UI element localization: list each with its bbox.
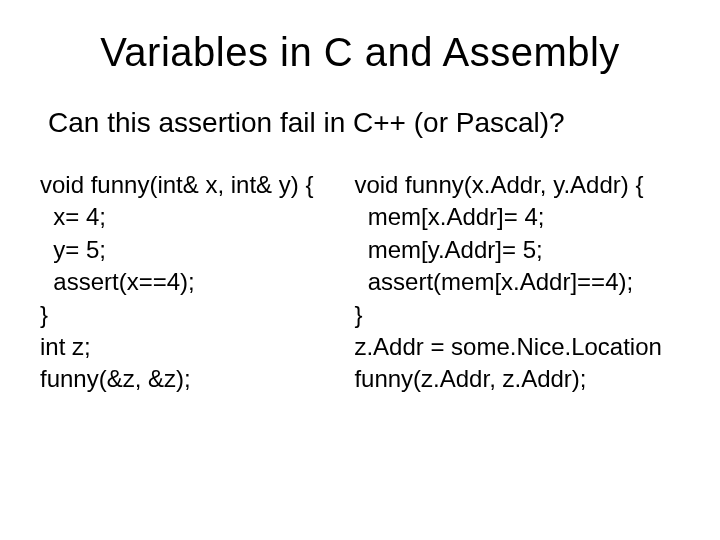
right-code-block: void funny(x.Addr, y.Addr) { mem[x.Addr]… bbox=[354, 169, 700, 396]
left-code-block: void funny(int& x, int& y) { x= 4; y= 5;… bbox=[40, 169, 334, 396]
slide-subtitle: Can this assertion fail in C++ (or Pasca… bbox=[40, 107, 680, 139]
slide: Variables in C and Assembly Can this ass… bbox=[0, 0, 720, 540]
code-columns: void funny(int& x, int& y) { x= 4; y= 5;… bbox=[40, 169, 680, 396]
slide-title: Variables in C and Assembly bbox=[40, 30, 680, 75]
